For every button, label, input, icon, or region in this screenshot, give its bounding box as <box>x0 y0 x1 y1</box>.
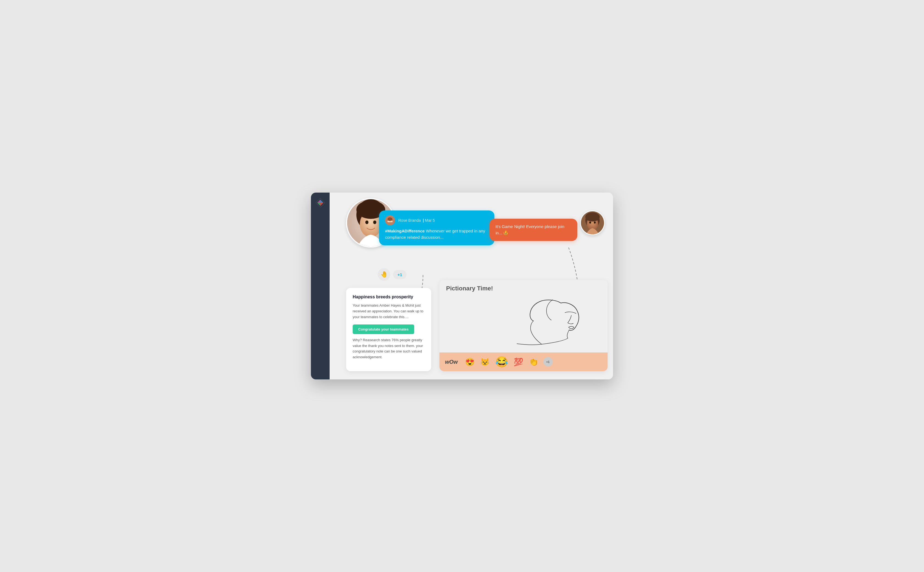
pictionary-footer: wOw 😍 😾 😂 💯 👏 +1 <box>439 353 607 371</box>
hashtag-text: #MakingADifference <box>385 228 425 233</box>
happiness-card-title: Happiness breeds prosperity <box>353 295 425 300</box>
avatar-small-right <box>580 210 605 235</box>
app-window: Rose Branda | Mar 5 #MakingADifference W… <box>311 193 613 379</box>
svg-marker-5 <box>317 202 320 206</box>
emoji-clap[interactable]: 👏 <box>528 357 539 367</box>
emoji-laughing-cry[interactable]: 😂 <box>495 355 509 368</box>
chat-avatar <box>385 215 395 225</box>
wow-text: wOw <box>445 359 458 365</box>
emoji-heart-eyes[interactable]: 😍 <box>464 357 475 367</box>
wave-reaction[interactable]: 🤚 <box>378 268 390 281</box>
plus-one-reaction[interactable]: +1 <box>393 270 407 279</box>
pictionary-drawing-area <box>439 292 607 353</box>
face-drawing <box>509 298 591 353</box>
sender-name: Rose Branda <box>398 218 421 222</box>
svg-point-16 <box>594 221 596 223</box>
emoji-angry[interactable]: 😾 <box>480 357 490 367</box>
svg-point-15 <box>589 221 591 223</box>
congratulate-button[interactable]: Congratulate your teammates <box>353 325 414 334</box>
svg-marker-4 <box>317 200 320 203</box>
svg-point-22 <box>390 221 393 222</box>
happiness-card-body: Your teammates Amber Hayes & Mohit just … <box>353 303 425 320</box>
sidebar <box>311 193 329 379</box>
logo-icon <box>315 197 326 208</box>
chat-header: Rose Branda | Mar 5 <box>385 215 488 225</box>
reaction-row: 🤚 +1 <box>378 268 407 281</box>
svg-point-9 <box>365 220 368 224</box>
svg-marker-2 <box>320 200 323 203</box>
chat-bubble-blue: Rose Branda | Mar 5 #MakingADifference W… <box>379 210 494 246</box>
orange-chat-text: It's Game Night! Everyone please join in… <box>495 224 571 236</box>
svg-point-10 <box>373 220 376 224</box>
chat-date: Mar 5 <box>425 218 435 222</box>
emoji-hundred[interactable]: 💯 <box>513 357 524 367</box>
main-content: Rose Branda | Mar 5 #MakingADifference W… <box>329 193 613 379</box>
svg-point-21 <box>387 221 390 222</box>
happiness-card: Happiness breeds prosperity Your teammat… <box>346 288 431 371</box>
pictionary-card: Pictionary Time! <box>439 280 607 371</box>
chat-text: #MakingADifference Whenever we get trapp… <box>385 228 488 240</box>
pictionary-title: Pictionary Time! <box>439 280 607 292</box>
svg-marker-3 <box>320 202 323 206</box>
chat-meta: Rose Branda | Mar 5 <box>398 218 435 222</box>
happiness-footnote: Why? Reasearch states 76% people greatly… <box>353 337 425 360</box>
avatar-small-image <box>581 211 604 234</box>
svg-point-17 <box>585 212 599 222</box>
svg-point-20 <box>388 217 393 221</box>
chat-bubble-orange: It's Game Night! Everyone please join in… <box>489 219 578 241</box>
plus-one-badge[interactable]: +1 <box>543 357 553 367</box>
